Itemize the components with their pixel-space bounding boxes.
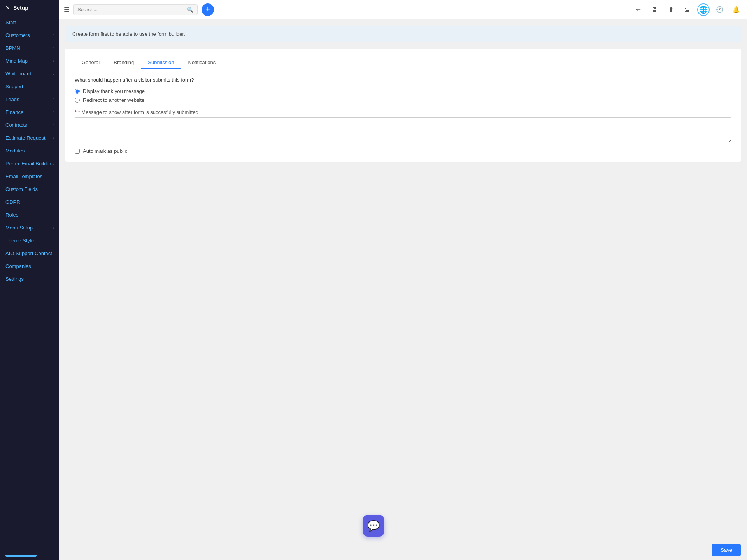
sidebar-item-estimate-request[interactable]: Estimate Request‹ (0, 131, 59, 144)
tabs-row: GeneralBrandingSubmissionNotifications (75, 56, 731, 69)
sidebar-item-gdpr[interactable]: GDPR (0, 196, 59, 208)
save-button[interactable]: Save (712, 544, 741, 556)
sidebar-item-label: Companies (5, 263, 31, 269)
sidebar-item-mind-map[interactable]: Mind Map‹ (0, 54, 59, 67)
sidebar-item-customers[interactable]: Customers‹ (0, 29, 59, 42)
chevron-icon: ‹ (53, 72, 54, 76)
sidebar-item-label: AIO Support Contact (5, 250, 52, 256)
sidebar-item-finance[interactable]: Finance‹ (0, 106, 59, 119)
sidebar-item-custom-fields[interactable]: Custom Fields (0, 183, 59, 196)
app-icon[interactable]: 🗂 (681, 4, 693, 16)
sidebar-item-theme-style[interactable]: Theme Style (0, 234, 59, 247)
history-icon[interactable]: ↩ (632, 4, 644, 16)
sidebar-header: ✕ Setup (0, 0, 59, 16)
sidebar-item-label: Mind Map (5, 58, 28, 64)
save-bar: Save (59, 540, 747, 560)
sidebar-item-label: Contracts (5, 122, 27, 128)
sidebar-item-label: Finance (5, 109, 23, 115)
search-icon: 🔍 (187, 7, 193, 13)
sidebar-item-label: Whiteboard (5, 71, 31, 77)
sidebar-item-label: BPMN (5, 45, 20, 51)
clock-icon[interactable]: 🕐 (714, 4, 726, 16)
sidebar-item-menu-setup[interactable]: Menu Setup‹ (0, 221, 59, 234)
chevron-icon: ‹ (53, 123, 54, 127)
sidebar-item-bpmn[interactable]: BPMN‹ (0, 42, 59, 54)
sidebar-item-email-templates[interactable]: Email Templates (0, 170, 59, 183)
sidebar-item-perfex-email-builder[interactable]: Perfex Email Builder‹ (0, 157, 59, 170)
sidebar-item-label: Custom Fields (5, 186, 38, 192)
close-icon[interactable]: ✕ (5, 5, 10, 11)
sidebar-item-support[interactable]: Support‹ (0, 80, 59, 93)
form-card: GeneralBrandingSubmissionNotifications W… (65, 49, 741, 162)
search-input[interactable] (77, 7, 184, 12)
chevron-icon: ‹ (53, 33, 54, 37)
sidebar-item-label: Modules (5, 148, 25, 154)
share-icon[interactable]: ⬆ (665, 4, 677, 16)
auto-mark-public-checkbox[interactable] (75, 149, 80, 154)
sidebar-item-label: Support (5, 84, 23, 89)
sidebar-item-label: GDPR (5, 199, 20, 205)
sidebar-item-label: Roles (5, 212, 18, 218)
chevron-icon: ‹ (53, 97, 54, 102)
sidebar-scrollbar (5, 555, 37, 557)
sidebar-item-label: Leads (5, 96, 19, 102)
chevron-icon: ‹ (53, 110, 54, 114)
sidebar-item-whiteboard[interactable]: Whiteboard‹ (0, 67, 59, 80)
sidebar-item-roles[interactable]: Roles (0, 208, 59, 221)
bell-icon[interactable]: 🔔 (730, 4, 742, 16)
tab-general[interactable]: General (75, 56, 107, 69)
sidebar-item-label: Estimate Request (5, 135, 46, 141)
sidebar-item-contracts[interactable]: Contracts‹ (0, 119, 59, 131)
radio-input-redirect[interactable] (75, 98, 80, 103)
sidebar-item-modules[interactable]: Modules (0, 144, 59, 157)
topbar: ☰ 🔍 + ↩ 🖥 ⬆ 🗂 🌐 🕐 🔔 (59, 0, 747, 19)
message-field-label: * * Message to show after form is succes… (75, 109, 731, 115)
auto-mark-public-label[interactable]: Auto mark as public (75, 148, 731, 154)
submission-question: What should happen after a visitor submi… (75, 77, 731, 83)
chevron-icon: ‹ (53, 161, 54, 166)
sidebar-item-companies[interactable]: Companies (0, 260, 59, 273)
menu-icon[interactable]: ☰ (64, 6, 69, 13)
main-area: ☰ 🔍 + ↩ 🖥 ⬆ 🗂 🌐 🕐 🔔 Create form first to… (59, 0, 747, 560)
sidebar-item-label: Theme Style (5, 238, 34, 243)
sidebar-item-staff[interactable]: Staff (0, 16, 59, 29)
sidebar-item-label: Email Templates (5, 173, 42, 179)
content-area: Create form first to be able to use the … (59, 19, 747, 540)
sidebar-item-label: Perfex Email Builder (5, 161, 51, 166)
sidebar-item-label: Staff (5, 19, 16, 25)
radio-input-display-thank-you[interactable] (75, 89, 80, 94)
submission-content: What should happen after a visitor submi… (75, 77, 731, 154)
sidebar-item-settings[interactable]: Settings (0, 273, 59, 285)
chevron-icon: ‹ (53, 59, 54, 63)
chevron-icon: ‹ (53, 46, 54, 50)
radio-redirect[interactable]: Redirect to another website (75, 97, 731, 103)
profile-icon[interactable]: 🌐 (697, 4, 710, 16)
radio-label-text: Redirect to another website (83, 97, 144, 103)
chevron-icon: ‹ (53, 226, 54, 230)
floating-chat-button[interactable]: 💬 (363, 515, 384, 537)
tab-notifications[interactable]: Notifications (181, 56, 223, 69)
sidebar: ✕ Setup StaffCustomers‹BPMN‹Mind Map‹Whi… (0, 0, 59, 560)
radio-group: Display thank you messageRedirect to ano… (75, 88, 731, 103)
radio-display-thank-you[interactable]: Display thank you message (75, 88, 731, 94)
sidebar-item-aio-support[interactable]: AIO Support Contact (0, 247, 59, 260)
sidebar-item-label: Menu Setup (5, 225, 33, 231)
add-button[interactable]: + (202, 4, 214, 16)
chevron-icon: ‹ (53, 136, 54, 140)
sidebar-item-leads[interactable]: Leads‹ (0, 93, 59, 106)
sidebar-nav: StaffCustomers‹BPMN‹Mind Map‹Whiteboard‹… (0, 16, 59, 285)
info-banner: Create form first to be able to use the … (65, 26, 741, 42)
chat-icon: 💬 (367, 520, 380, 532)
search-box: 🔍 (73, 4, 198, 15)
chevron-icon: ‹ (53, 84, 54, 89)
sidebar-item-label: Settings (5, 276, 24, 282)
radio-label-text: Display thank you message (83, 88, 145, 94)
tab-branding[interactable]: Branding (107, 56, 141, 69)
message-textarea[interactable] (75, 117, 731, 142)
tab-submission[interactable]: Submission (141, 56, 181, 69)
screen-icon[interactable]: 🖥 (648, 4, 661, 16)
sidebar-title: Setup (13, 5, 28, 11)
sidebar-item-label: Customers (5, 32, 30, 38)
